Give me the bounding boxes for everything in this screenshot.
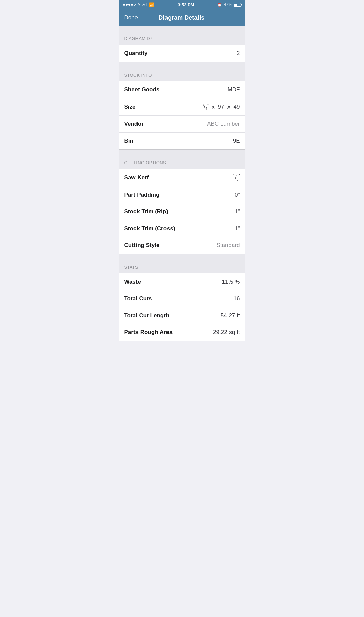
sheet-goods-value: MDF — [228, 86, 240, 93]
status-right: ⏰ 47% — [217, 2, 241, 7]
diagram-section-header: DIAGRAM D7 — [119, 26, 245, 45]
battery-icon — [234, 3, 241, 7]
table-row: Saw Kerf 1/8" — [119, 169, 245, 186]
dot-1 — [123, 4, 125, 6]
wifi-icon: 📶 — [149, 2, 154, 7]
table-row: Total Cuts 16 — [119, 290, 245, 307]
table-row: Size 3/4" x 97 x 49 — [119, 98, 245, 116]
table-row: Stock Trim (Rip) 1" — [119, 203, 245, 220]
total-cut-length-value: 54.27 ft — [221, 312, 240, 319]
stats-table: Waste 11.5 % Total Cuts 16 Total Cut Len… — [119, 273, 245, 341]
quantity-label: Quantity — [124, 50, 148, 57]
vendor-value: ABC Lumber — [207, 121, 240, 127]
table-row: Waste 11.5 % — [119, 273, 245, 290]
saw-kerf-value: 1/8" — [233, 174, 240, 181]
table-row: Parts Rough Area 29.22 sq ft — [119, 324, 245, 341]
vendor-label: Vendor — [124, 121, 144, 127]
stats-section-header: STATS — [119, 254, 245, 273]
waste-value: 11.5 % — [222, 278, 240, 285]
stock-info-section-header: STOCK INFO — [119, 62, 245, 81]
carrier-label: AT&T — [138, 2, 148, 7]
dot-3 — [128, 4, 130, 6]
total-cuts-value: 16 — [234, 295, 240, 302]
main-content: DIAGRAM D7 Quantity 2 STOCK INFO Sheet G… — [119, 26, 245, 355]
done-button[interactable]: Done — [124, 14, 138, 21]
diagram-table: Quantity 2 — [119, 45, 245, 62]
sheet-goods-label: Sheet Goods — [124, 86, 160, 93]
status-left: AT&T 📶 — [123, 2, 155, 7]
stock-trim-cross-value: 1" — [235, 225, 240, 232]
battery-fill — [234, 4, 237, 6]
table-row: Part Padding 0" — [119, 186, 245, 203]
dot-4 — [131, 4, 133, 6]
stock-info-table: Sheet Goods MDF Size 3/4" x 97 x 49 Vend… — [119, 81, 245, 150]
parts-rough-area-value: 29.22 sq ft — [213, 329, 240, 336]
part-padding-label: Part Padding — [124, 192, 160, 198]
battery-body — [234, 3, 241, 7]
parts-rough-area-label: Parts Rough Area — [124, 329, 173, 336]
stock-trim-rip-label: Stock Trim (Rip) — [124, 208, 168, 215]
cutting-style-label: Cutting Style — [124, 242, 160, 249]
table-row: Total Cut Length 54.27 ft — [119, 307, 245, 324]
table-row: Sheet Goods MDF — [119, 81, 245, 98]
total-cut-length-label: Total Cut Length — [124, 312, 170, 319]
bin-value: 9E — [233, 138, 240, 144]
part-padding-value: 0" — [235, 192, 240, 198]
diagram-header-text: DIAGRAM D7 — [124, 36, 153, 41]
status-bar: AT&T 📶 3:52 PM ⏰ 47% — [119, 0, 245, 9]
total-cuts-label: Total Cuts — [124, 295, 152, 302]
cutting-options-section-header: CUTTING OPTIONS — [119, 150, 245, 169]
battery-percent: 47% — [224, 2, 232, 7]
nav-title: Diagram Details — [138, 14, 225, 21]
cutting-style-value: Standard — [217, 242, 240, 249]
bin-label: Bin — [124, 138, 133, 144]
nav-bar: Done Diagram Details — [119, 9, 245, 26]
dot-5 — [134, 4, 136, 6]
waste-label: Waste — [124, 278, 141, 285]
table-row: Cutting Style Standard — [119, 237, 245, 254]
table-row: Quantity 2 — [119, 45, 245, 62]
size-label: Size — [124, 104, 136, 110]
saw-kerf-label: Saw Kerf — [124, 174, 149, 181]
size-value: 3/4" x 97 x 49 — [202, 103, 240, 111]
table-row: Vendor ABC Lumber — [119, 116, 245, 133]
stats-header-text: STATS — [124, 265, 138, 270]
bottom-padding — [119, 341, 245, 355]
dot-2 — [126, 4, 128, 6]
signal-dots — [123, 4, 136, 6]
alarm-icon: ⏰ — [217, 3, 222, 7]
cutting-options-table: Saw Kerf 1/8" Part Padding 0" Stock Trim… — [119, 169, 245, 254]
table-row: Stock Trim (Cross) 1" — [119, 220, 245, 237]
stock-info-header-text: STOCK INFO — [124, 72, 152, 78]
stock-trim-rip-value: 1" — [235, 208, 240, 215]
cutting-options-header-text: CUTTING OPTIONS — [124, 160, 166, 165]
quantity-value: 2 — [237, 50, 240, 57]
table-row: Bin 9E — [119, 133, 245, 149]
status-time: 3:52 PM — [178, 2, 194, 7]
stock-trim-cross-label: Stock Trim (Cross) — [124, 225, 175, 232]
